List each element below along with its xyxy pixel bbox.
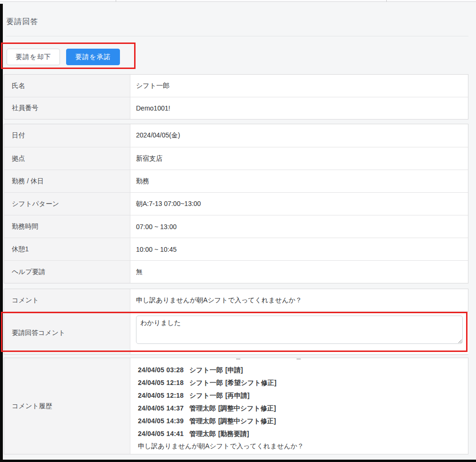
table-row-work-hours: 勤務時間 07:00 ~ 13:00: [4, 215, 468, 238]
history-author: シフト一郎: [189, 366, 223, 374]
row-value: Demo1001!: [130, 97, 468, 119]
row-value: 新宿支店: [130, 147, 468, 170]
table-row-comment: コメント 申し訳ありませんが朝Aシフトで入ってくれませんか？: [4, 289, 468, 311]
row-label: シフトパターン: [4, 193, 130, 215]
row-value: 10:00 ~ 10:45: [130, 238, 468, 260]
history-author: シフト一郎: [189, 392, 223, 399]
table-row-break-1: 休憩1 10:00 ~ 10:45: [4, 238, 468, 260]
row-value: シフト一郎: [130, 75, 468, 97]
history-timestamp: 24/04/05 12:18: [138, 379, 184, 386]
history-author: シフト一郎: [189, 379, 223, 386]
history-timestamp: 24/04/05 14:37: [138, 404, 184, 412]
row-label: コメント: [4, 289, 130, 311]
history-author: 管理太郎: [189, 417, 216, 425]
tab-separator: [386, 0, 387, 2]
row-label: ヘルプ要請: [4, 261, 130, 283]
table-row-employee-number: 社員番号 Demo1001!: [4, 97, 468, 119]
history-timestamp: 24/04/05 14:41: [138, 430, 184, 437]
history-action-tag: [再申請]: [225, 392, 249, 399]
title-divider: [6, 36, 468, 36]
history-timestamp: 24/04/05 03:28: [138, 366, 184, 374]
row-value: 朝A:7-13 07:00~13:00: [130, 193, 468, 215]
row-label: 勤務時間: [4, 215, 130, 238]
history-entry: 24/04/05 14:37管理太郎[調整中シフト修正]: [138, 402, 276, 415]
history-entry: 24/04/05 14:41管理太郎[勤務要請]: [138, 428, 249, 440]
clipped-text-artifact: [297, 359, 301, 359]
table-row-shift-pattern: シフトパターン 朝A:7-13 07:00~13:00: [4, 192, 468, 215]
browser-top-strip: [0, 0, 476, 2]
row-value: 勤務: [130, 170, 468, 192]
history-author: 管理太郎: [189, 404, 216, 412]
table-row-name: 氏名 シフト一郎: [4, 75, 468, 97]
history-author: 管理太郎: [189, 430, 216, 437]
comment-table: コメント 申し訳ありませんが朝Aシフトで入ってくれませんか？ 要請回答コメント …: [4, 289, 468, 355]
request-response-page: 要請回答 要請を却下 要請を承諾 氏名 シフト一郎 社員番号 Demo1001!…: [0, 0, 476, 462]
history-action-tag: [申請]: [225, 366, 243, 374]
window-frame-bottom: [0, 460, 476, 462]
history-action-tag: [調整中シフト修正]: [218, 404, 276, 412]
action-button-row: 要請を却下 要請を承諾: [7, 49, 120, 65]
history-action-tag: [希望シフト修正]: [225, 379, 276, 386]
history-timestamp: 24/04/05 14:39: [138, 417, 184, 425]
table-row-work-or-holiday: 勤務 / 休日 勤務: [4, 170, 468, 192]
approve-request-button[interactable]: 要請を承諾: [66, 49, 119, 65]
shift-detail-table: 日付 2024/04/05(金) 拠点 新宿支店 勤務 / 休日 勤務 シフトパ…: [4, 124, 468, 283]
comment-history-table: コメント履歴 24/04/05 03:28シフト一郎[申請] 24/04/05 …: [4, 358, 468, 454]
row-value: 2024/04/05(金): [130, 124, 468, 147]
page-title: 要請回答: [6, 17, 38, 27]
reject-request-button[interactable]: 要請を却下: [7, 49, 60, 65]
history-entry: 24/04/05 12:18シフト一郎[再申請]: [138, 389, 249, 402]
table-row-help-request: ヘルプ要請 無: [4, 260, 468, 283]
table-row-date: 日付 2024/04/05(金): [4, 124, 468, 147]
profile-table: 氏名 シフト一郎 社員番号 Demo1001!: [4, 74, 468, 120]
table-row-response-comment: 要請回答コメント わかりました: [4, 311, 468, 354]
row-label: 日付: [4, 124, 130, 147]
history-timestamp: 24/04/05 12:18: [138, 392, 184, 399]
clipped-text-artifact: [236, 359, 240, 359]
row-label: 勤務 / 休日: [4, 170, 130, 192]
history-entry: 24/04/05 03:28シフト一郎[申請]: [138, 364, 243, 376]
row-label: 休憩1: [4, 238, 130, 260]
row-label: 要請回答コメント: [4, 312, 130, 354]
history-action-tag: [調整中シフト修正]: [218, 417, 276, 425]
response-comment-input[interactable]: わかりました: [136, 316, 463, 344]
tab-separator: [116, 0, 116, 2]
row-label: 氏名: [4, 75, 130, 97]
row-label: 社員番号: [4, 97, 130, 119]
row-value: 07:00 ~ 13:00: [130, 215, 468, 238]
row-value: 申し訳ありませんが朝Aシフトで入ってくれませんか？: [130, 289, 468, 311]
row-label: 拠点: [4, 147, 130, 170]
table-row-comment-history: コメント履歴 24/04/05 03:28シフト一郎[申請] 24/04/05 …: [4, 358, 468, 454]
row-value: わかりました: [130, 312, 468, 354]
history-action-tag: [勤務要請]: [218, 430, 249, 437]
window-frame-left: [0, 4, 3, 462]
row-value: 無: [130, 261, 468, 283]
history-entry: 24/04/05 12:18シフト一郎[希望シフト修正]: [138, 376, 276, 389]
history-last-comment: 申し訳ありませんが朝Aシフトで入ってくれませんか？: [138, 440, 304, 452]
table-row-location: 拠点 新宿支店: [4, 147, 468, 170]
row-label: コメント履歴: [4, 358, 130, 454]
history-entry: 24/04/05 14:39管理太郎[調整中シフト修正]: [138, 415, 276, 428]
comment-history-list: 24/04/05 03:28シフト一郎[申請] 24/04/05 12:18シフ…: [130, 358, 468, 454]
